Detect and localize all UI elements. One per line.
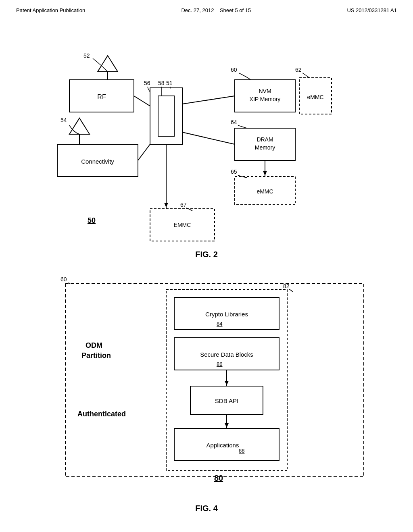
svg-marker-0 <box>98 56 118 72</box>
svg-text:Partition: Partition <box>81 351 111 360</box>
header-left: Patent Application Publication <box>16 7 85 13</box>
svg-text:eMMC: eMMC <box>257 188 273 195</box>
svg-marker-29 <box>263 171 267 176</box>
svg-text:XIP Memory: XIP Memory <box>250 96 281 102</box>
svg-text:82: 82 <box>283 283 290 289</box>
svg-rect-9 <box>158 96 174 136</box>
svg-text:eMMC: eMMC <box>307 94 323 100</box>
svg-text:Secure Data Blocks: Secure Data Blocks <box>200 351 253 358</box>
svg-text:54: 54 <box>60 117 67 123</box>
svg-text:67: 67 <box>180 202 187 208</box>
svg-text:52: 52 <box>83 52 90 59</box>
fig4-svg: 60 ODM Partition Authenticated 82 Crypto… <box>33 267 380 501</box>
svg-text:Connectivity: Connectivity <box>81 158 114 165</box>
svg-text:Memory: Memory <box>255 144 275 151</box>
svg-text:SDB API: SDB API <box>215 397 238 404</box>
svg-marker-2 <box>69 118 90 134</box>
svg-text:60: 60 <box>60 276 67 283</box>
svg-text:56: 56 <box>144 80 150 86</box>
header-center-date: Dec. 27, 2012 Sheet 5 of 15 <box>181 7 251 13</box>
fig2-label: FIG. 2 <box>195 250 218 259</box>
svg-text:ODM: ODM <box>86 341 102 349</box>
svg-marker-27 <box>164 203 168 208</box>
svg-text:64: 64 <box>231 119 237 125</box>
svg-text:51: 51 <box>166 80 173 86</box>
fig2-svg: RF Connectivity NVM XIP Memory eMMC DRAM… <box>33 25 380 259</box>
svg-line-23 <box>138 144 150 160</box>
svg-text:60: 60 <box>231 66 237 73</box>
svg-text:86: 86 <box>217 361 222 367</box>
fig2-diagram: RF Connectivity NVM XIP Memory eMMC DRAM… <box>33 25 380 259</box>
fig4-label: FIG. 4 <box>195 504 218 513</box>
svg-line-22 <box>134 96 150 106</box>
svg-text:80: 80 <box>214 474 223 482</box>
svg-text:RF: RF <box>97 94 106 100</box>
svg-text:Applications: Applications <box>206 442 239 449</box>
page-header: Patent Application Publication Dec. 27, … <box>0 0 413 17</box>
svg-text:NVM: NVM <box>259 88 271 94</box>
svg-text:84: 84 <box>217 321 222 327</box>
svg-text:62: 62 <box>295 66 302 73</box>
svg-text:88: 88 <box>239 448 244 454</box>
fig4-diagram: 60 ODM Partition Authenticated 82 Crypto… <box>33 267 380 501</box>
svg-line-25 <box>182 132 235 144</box>
svg-line-24 <box>182 96 235 104</box>
svg-text:65: 65 <box>231 168 237 175</box>
main-content: RF Connectivity NVM XIP Memory eMMC DRAM… <box>0 17 413 509</box>
svg-text:Authenticated: Authenticated <box>77 410 126 418</box>
svg-text:58: 58 <box>158 80 165 86</box>
svg-text:50: 50 <box>88 216 96 224</box>
svg-text:EMMC: EMMC <box>174 222 191 228</box>
svg-text:Crypto Libraries: Crypto Libraries <box>205 311 248 318</box>
svg-text:DRAM: DRAM <box>257 136 273 143</box>
header-right: US 2012/0331281 A1 <box>347 7 397 13</box>
